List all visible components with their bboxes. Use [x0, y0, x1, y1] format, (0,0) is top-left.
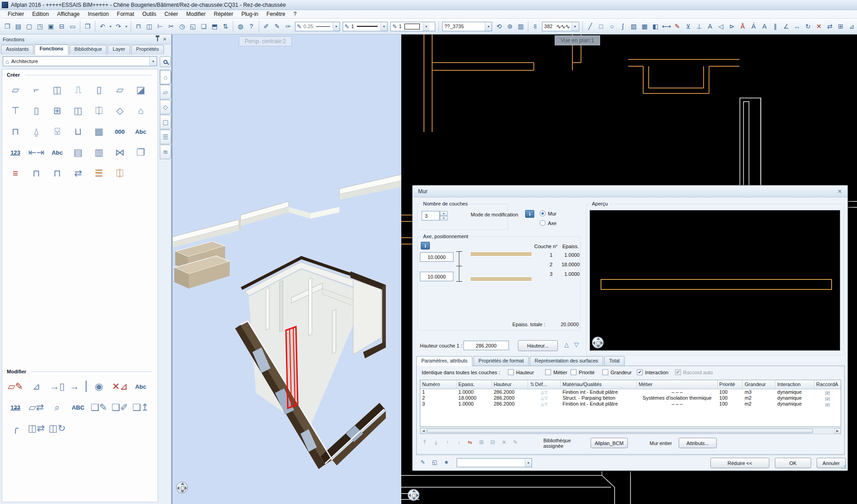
- open-file-icon[interactable]: ◳: [34, 21, 45, 32]
- mod-swap-opening-icon[interactable]: ◫⇄: [26, 418, 47, 439]
- col-interaction[interactable]: Interaction: [775, 380, 814, 389]
- redo-icon[interactable]: ↷: [113, 21, 124, 32]
- row-move-up-icon[interactable]: ↑: [443, 438, 452, 447]
- col-hauteur[interactable]: Hauteur: [492, 380, 528, 389]
- chevron-down-icon[interactable]: ▾: [149, 57, 157, 66]
- tool-copy-element-icon[interactable]: ❐: [130, 142, 151, 163]
- row-move-down-icon[interactable]: ↓: [454, 438, 463, 447]
- mod-plaster-join-icon[interactable]: ⊿: [26, 376, 47, 397]
- mod-trim-wall-icon[interactable]: →▕: [68, 376, 89, 397]
- tool-wall-icon[interactable]: ▱: [5, 79, 26, 100]
- tab-parametres-attributs[interactable]: Paramètres, attributs: [416, 356, 473, 366]
- row-move-bottom-icon[interactable]: ⤓: [431, 438, 441, 447]
- help-zoom-icon[interactable]: ?: [246, 21, 257, 32]
- tool-swap-walls-icon[interactable]: ⇄: [68, 163, 89, 184]
- redo-dropdown-icon[interactable]: ▾: [124, 21, 129, 32]
- table-window-icon[interactable]: ◫: [144, 21, 155, 32]
- swap-tool-icon[interactable]: ⇄: [824, 21, 835, 32]
- menu-item[interactable]: Modifier: [182, 10, 210, 18]
- tool-level-icon[interactable]: 000: [109, 121, 130, 142]
- tool-wall-join-icon[interactable]: ⋈: [109, 142, 130, 163]
- new-document-icon[interactable]: ▢: [24, 21, 34, 32]
- height-down-icon[interactable]: ▽: [574, 341, 579, 348]
- tool-colored-wall-icon[interactable]: ⎅: [109, 163, 130, 184]
- row-split-h-icon[interactable]: ⊞: [477, 438, 486, 447]
- mod-edit-surface-icon[interactable]: ❏✎: [89, 397, 109, 418]
- menu-item[interactable]: Plug-in: [237, 10, 262, 18]
- side-tab-room[interactable]: ▢: [160, 115, 171, 129]
- row-insert-icon[interactable]: ⇋: [465, 438, 475, 447]
- chevron-down-icon[interactable]: ▾: [525, 459, 532, 467]
- chevron-down-icon[interactable]: ▾: [380, 22, 387, 31]
- tab-layer[interactable]: Layer: [108, 45, 130, 54]
- dialog-title-bar[interactable]: Mur ✕: [413, 186, 847, 197]
- col-numero[interactable]: Numéro: [420, 380, 457, 389]
- parallel-lines-icon[interactable]: ∥: [770, 21, 781, 32]
- menu-item[interactable]: Affichage: [53, 10, 84, 18]
- open-project-icon[interactable]: ❒: [2, 21, 13, 32]
- close-icon[interactable]: ✕: [837, 188, 842, 195]
- navigation-compass[interactable]: [592, 337, 604, 348]
- viewport-plan-label[interactable]: Vue en plan:1: [555, 35, 600, 45]
- def-up-down-icon[interactable]: △▽: [541, 390, 548, 395]
- rotate-tool-icon[interactable]: ↻: [803, 21, 813, 32]
- tool-label-icon[interactable]: Abc: [47, 142, 68, 163]
- tool-multilayer-icon[interactable]: ☰: [89, 163, 109, 184]
- eyedropper-icon[interactable]: ✑: [283, 21, 294, 32]
- chevron-down-icon[interactable]: ▾: [333, 22, 340, 31]
- info-icon[interactable]: i: [525, 210, 534, 218]
- save-icon[interactable]: ▣: [45, 21, 56, 32]
- open-favorite-icon[interactable]: ◱: [430, 458, 439, 467]
- tab-proprietes[interactable]: Propriétés: [131, 45, 164, 54]
- navigation-compass[interactable]: [408, 489, 419, 501]
- pen-thickness-combo[interactable]: ✎ 0.25 ▾: [295, 22, 340, 31]
- segment-combo[interactable]: 382 ∿∿∿ ▾: [542, 22, 579, 31]
- pattern-tool-icon[interactable]: ▦: [639, 21, 650, 32]
- tool-text-icon[interactable]: Abc: [130, 121, 151, 142]
- menu-item[interactable]: Outils: [138, 10, 161, 18]
- spin-up-icon[interactable]: ▲: [440, 211, 448, 216]
- hatch-tool-icon[interactable]: ▨: [628, 21, 639, 32]
- chevron-down-icon[interactable]: ▾: [423, 22, 429, 31]
- mod-search-icon[interactable]: ⌕: [47, 397, 68, 418]
- mod-stretch-icon[interactable]: ❏↥: [130, 397, 151, 418]
- navigation-compass[interactable]: [176, 482, 188, 494]
- tab-representation-surfaces[interactable]: Représentation des surfaces: [530, 356, 603, 366]
- tool-chimney-icon[interactable]: ⍙: [26, 121, 47, 142]
- mod-fillet-icon[interactable]: ╭: [5, 418, 26, 439]
- height-up-icon[interactable]: △: [564, 341, 569, 348]
- favorite-combo[interactable]: ▾: [457, 458, 532, 467]
- tool-recess2-icon[interactable]: ⊓: [47, 163, 68, 184]
- print-icon[interactable]: ⊟: [56, 21, 67, 32]
- table-row[interactable]: 2 18.0000 286.2000 △▽ Struct. - Parpaing…: [420, 395, 841, 401]
- tool-foundation-icon[interactable]: ⍌: [47, 121, 68, 142]
- fill-tool-icon[interactable]: ◧: [650, 21, 661, 32]
- module-selector[interactable]: ⌂ Architecture ▾: [3, 56, 157, 66]
- tool-slab-opening-icon[interactable]: ◪: [130, 79, 151, 100]
- screenshot-icon[interactable]: ▭: [67, 21, 78, 32]
- ok-button[interactable]: OK: [775, 458, 811, 468]
- level-symbol-icon[interactable]: ⊻: [683, 21, 694, 32]
- tool-number-icon[interactable]: 123: [5, 142, 26, 163]
- col-metier[interactable]: Métier: [637, 380, 718, 389]
- tool-downstand-beam-icon[interactable]: ⊤: [5, 100, 26, 121]
- chevron-down-icon[interactable]: ▾: [485, 22, 492, 31]
- checkbox-interaction[interactable]: ✔Interaction: [637, 369, 668, 375]
- search-button[interactable]: [160, 56, 171, 67]
- mod-rotate-opening-icon[interactable]: ◫↻: [47, 418, 68, 439]
- axis-offset-top-field[interactable]: 10.0000: [420, 252, 453, 262]
- col-epaiss[interactable]: Epaiss.: [457, 380, 492, 389]
- side-tab-walls[interactable]: ▱: [160, 85, 171, 99]
- circle-tool-icon[interactable]: ○: [606, 21, 617, 32]
- select-arrow-icon[interactable]: ⊿: [846, 21, 857, 32]
- table-row[interactable]: 1 1.0000 286.2000 △▽ Finition int - Endu…: [420, 389, 841, 395]
- layer-assign-icon[interactable]: ⊚: [504, 21, 515, 32]
- delete-dimension-icon[interactable]: ✕: [813, 21, 824, 32]
- text-pointer-icon[interactable]: ◁: [715, 21, 726, 32]
- box-3d-icon[interactable]: ⬒: [209, 21, 220, 32]
- mod-convert-wall-icon[interactable]: ▱⇄: [26, 397, 47, 418]
- angle-tool-icon[interactable]: ∠: [781, 21, 792, 32]
- close-icon[interactable]: ✕: [161, 36, 168, 43]
- layer-lock-icon[interactable]: ▥: [515, 21, 526, 32]
- layer-combo[interactable]: ??_3735 ▾: [442, 22, 492, 31]
